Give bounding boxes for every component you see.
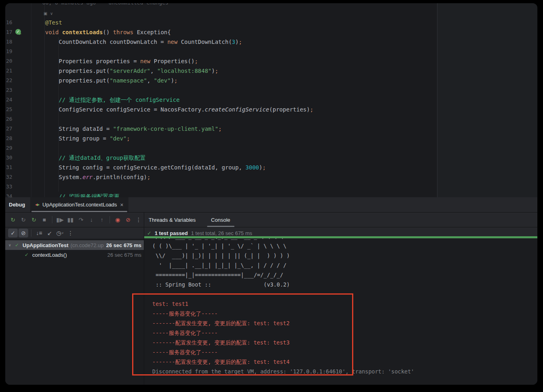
code-line: 23	[5, 85, 537, 95]
debug-session-tab[interactable]: ◀▶ UpApplicationTest.contextLoads ×	[30, 197, 128, 212]
line-number: 20	[6, 56, 20, 66]
test-total-duration: 1 test total, 26 sec 675 ms	[191, 230, 252, 236]
test-passed-check-icon: ✓	[147, 230, 151, 236]
console-line: =========|_|==============|___/=/_/_/_/	[152, 270, 537, 280]
step-into-icon[interactable]: ↓	[87, 215, 96, 224]
sort-alphabetically-icon[interactable]: ↓≡	[34, 229, 44, 237]
console-line: -----服务器变化了-----	[152, 347, 537, 357]
line-number: 24	[6, 95, 20, 105]
run-config-gutter-icon[interactable]: ▣ ∨	[44, 11, 54, 16]
code-line: 32 System.err.println(config);	[5, 172, 537, 182]
test-tree-row[interactable]: ∨✓UpApplicationTest(cn.code72.up26 sec 6…	[5, 240, 144, 250]
show-ignored-icon[interactable]: ⊘	[19, 229, 28, 237]
debug-run-config-icon: ◀▶	[35, 203, 39, 206]
debugger-toolbar: ↻↻↻■▮▶▮▮↷↓↑◉⊘⋮	[8, 215, 144, 224]
console-line: test: test1	[152, 299, 537, 309]
code-line: 27 String dataId = "framework-core-up-cl…	[5, 124, 537, 134]
test-tree-row[interactable]: ✓contextLoads()26 sec 675 ms	[5, 250, 144, 260]
code-line: 34 // 监听服务端配置变更	[5, 192, 537, 197]
console-line: -------配置发生变更, 变更后的配置: test: test4	[152, 357, 537, 367]
console-line: -------配置发生变更, 变更后的配置: test: test2	[152, 318, 537, 328]
close-tab-icon[interactable]: ×	[120, 202, 123, 208]
code-line: 17void contextLoads() throws Exception{	[5, 27, 537, 37]
toolbar-separator	[110, 216, 110, 223]
code-line: 21 properties.put("serverAddr", "localho…	[5, 66, 537, 76]
code-editor[interactable]: oo, 6 minutes ago uncommitted changes ▣ …	[5, 3, 537, 197]
code-line: 33	[5, 182, 537, 192]
code-line: 19	[5, 47, 537, 56]
view-tab-console[interactable]: Console	[209, 213, 232, 227]
test-passed-run-icon[interactable]: ✓	[15, 29, 21, 35]
more-actions-icon[interactable]: ⋮	[134, 215, 143, 224]
line-number: 26	[6, 114, 20, 124]
line-number: 19	[6, 47, 20, 56]
ide-window: oo, 6 minutes ago uncommitted changes ▣ …	[5, 3, 537, 385]
code-line: 22 properties.put("namespace", "dev");	[5, 76, 537, 85]
rerun-icon[interactable]: ↻	[19, 215, 28, 224]
mute-breakpoints-icon[interactable]: ⊘	[123, 215, 133, 224]
line-number: 16	[6, 18, 20, 27]
line-number: 22	[6, 76, 20, 85]
code-line: 25 ConfigService configService = NacosFa…	[5, 105, 537, 114]
view-tabs: Threads & VariablesConsole	[147, 213, 232, 227]
test-toolbar: ✓⊘↓≡↙◷∨⋮	[8, 229, 76, 237]
test-passed-check-icon: ✓	[15, 242, 23, 248]
console-line: -------配置发生变更, 变更后的配置: test: test3	[152, 338, 537, 347]
line-number: 25	[6, 105, 20, 114]
console-line: ' |____| .__|_| |_|_| |_\__, | / / / /	[152, 260, 537, 270]
rerun-failed-tests-icon[interactable]: ↻	[29, 215, 39, 224]
debug-header-row: Debug ◀▶ UpApplicationTest.contextLoads …	[5, 197, 537, 213]
debug-session-tab-label: UpApplicationTest.contextLoads	[42, 202, 117, 208]
stop-icon[interactable]: ■	[39, 215, 49, 224]
resume-icon[interactable]: ▮▶	[55, 215, 65, 224]
more-options-icon[interactable]: ⋮	[66, 229, 75, 237]
code-line: 18 CountDownLatch countDownLatch = new C…	[5, 37, 537, 47]
code-lines: 16@Test17void contextLoads() throws Exce…	[5, 18, 537, 197]
toolbar-separator	[52, 216, 52, 223]
chevron-down-icon[interactable]: ∨	[8, 243, 15, 247]
console-line: ( ( )\___ | '_ | '_| | '_ \/ _` | \ \ \ …	[152, 241, 537, 251]
test-passed-count: 1 test passed	[155, 230, 188, 236]
console-line: \\/ ___)| |_)| | | | | || (_| | ) ) ) )	[152, 251, 537, 260]
rerun-debug-icon[interactable]: ↻	[8, 215, 18, 224]
console-line: -----服务器变化了-----	[152, 309, 537, 318]
console-line	[152, 289, 537, 299]
test-history-icon[interactable]: ◷∨	[55, 229, 65, 237]
screenshot-root: { "editor": { "blame_annotation": "oo, 6…	[0, 0, 543, 392]
git-blame-annotation: oo, 6 minutes ago uncommitted changes	[42, 3, 168, 6]
test-tree: ∨✓UpApplicationTest(cn.code72.up26 sec 6…	[5, 240, 144, 385]
step-over-icon[interactable]: ↷	[76, 215, 86, 224]
line-number: 30	[6, 153, 20, 163]
test-name: UpApplicationTest	[23, 242, 68, 248]
line-number: 32	[6, 172, 20, 182]
line-number: 28	[6, 134, 20, 143]
line-number: 18	[6, 37, 20, 47]
debug-panel: Debug ◀▶ UpApplicationTest.contextLoads …	[5, 197, 537, 385]
code-line: 29	[5, 143, 537, 153]
console-line: :: Spring Boot :: (v3.0.2)	[152, 280, 537, 289]
view-tab-threads-variables[interactable]: Threads & Variables	[147, 213, 197, 227]
test-duration: 26 sec 675 ms	[106, 242, 141, 248]
console-output[interactable]: /\\ / ___'_ __ _ _(_)_ __ __ _ \ \ \ \( …	[144, 238, 537, 385]
code-line: 26	[5, 114, 537, 124]
tab-active-underline	[31, 211, 127, 212]
show-passed-icon[interactable]: ✓	[8, 229, 18, 237]
console-line: Disconnected from the target VM, address…	[152, 367, 537, 376]
pause-icon[interactable]: ▮▮	[66, 215, 75, 224]
test-duration: 26 sec 675 ms	[107, 252, 141, 258]
console-line: -----服务器变化了-----	[152, 328, 537, 338]
toolbar-separator	[31, 229, 31, 237]
line-number: 23	[6, 85, 20, 95]
debugger-toolbar-row: ↻↻↻■▮▶▮▮↷↓↑◉⊘⋮ Threads & VariablesConsol…	[5, 213, 537, 227]
test-name: contextLoads()	[32, 252, 67, 258]
code-line: 31 String config = configService.getConf…	[5, 163, 537, 172]
collapse-all-icon[interactable]: ↙	[45, 229, 54, 237]
code-line: 30 // 通过dataId、group获取配置	[5, 153, 537, 163]
line-number: 31	[6, 163, 20, 172]
view-breakpoints-icon[interactable]: ◉	[113, 215, 122, 224]
step-out-icon[interactable]: ↑	[97, 215, 107, 224]
code-line: 24 // 通过指定参数, 创建一个 configService	[5, 95, 537, 105]
line-number: 27	[6, 124, 20, 134]
code-line: 28 String group = "dev";	[5, 134, 537, 143]
test-passed-check-icon: ✓	[25, 252, 32, 258]
